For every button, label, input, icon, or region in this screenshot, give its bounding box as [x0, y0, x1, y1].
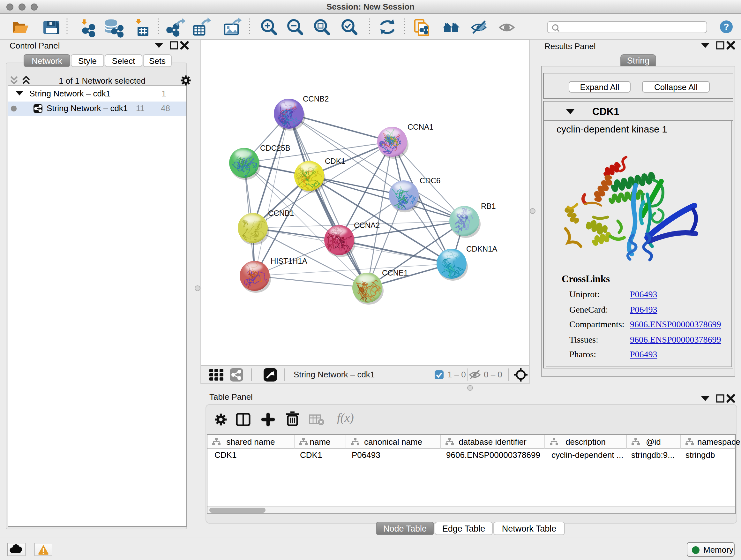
svg-text:CCNB2: CCNB2 [303, 95, 329, 103]
svg-text:CDKN1A: CDKN1A [466, 245, 497, 253]
svg-text:HIST1H1A: HIST1H1A [271, 257, 307, 265]
svg-text:CCNE1: CCNE1 [382, 268, 408, 277]
svg-text:CDK1: CDK1 [325, 157, 345, 165]
svg-text:CCNA1: CCNA1 [408, 123, 433, 131]
svg-text:CCNA2: CCNA2 [354, 221, 380, 230]
svg-text:CDC6: CDC6 [420, 176, 441, 185]
svg-text:CCNB1: CCNB1 [268, 209, 294, 217]
svg-text:RB1: RB1 [481, 202, 496, 210]
svg-text:CDC25B: CDC25B [260, 144, 290, 152]
